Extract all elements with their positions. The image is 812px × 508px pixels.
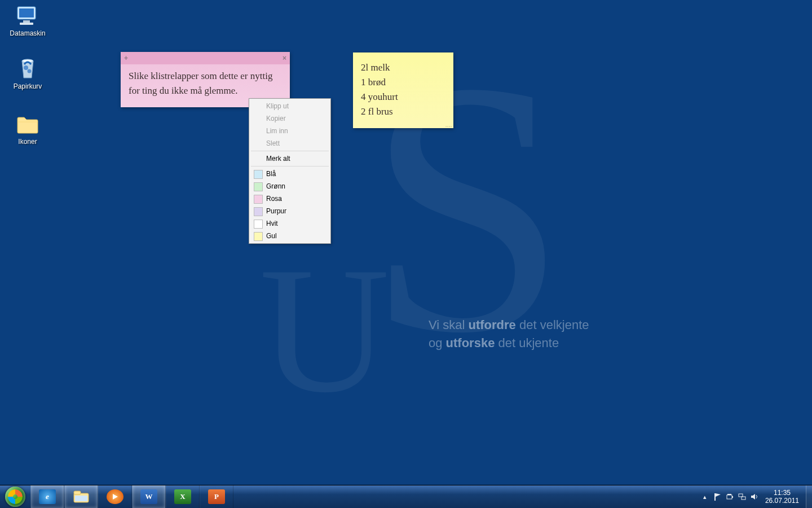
- recycle-bin-icon: [14, 56, 41, 81]
- menu-item-label: Rosa: [266, 195, 282, 203]
- tray-date: 26.07.2011: [765, 497, 799, 505]
- desktop-icon-label: Datamaskin: [3, 29, 52, 37]
- sticky-note-titlebar[interactable]: + ×: [121, 52, 290, 64]
- excel-icon: X: [174, 489, 191, 504]
- sticky-note-context-menu: Klipp ut Kopier Lim inn Slett Merk alt B…: [249, 98, 331, 244]
- color-swatch-icon: [254, 232, 263, 241]
- network-icon[interactable]: [737, 492, 747, 502]
- svg-rect-11: [714, 493, 716, 501]
- svg-rect-8: [74, 491, 81, 494]
- menu-item-paste: Lim inn: [250, 125, 329, 137]
- color-swatch-icon: [254, 170, 263, 179]
- desktop-icon-recycle-bin[interactable]: Papirkurv: [3, 56, 52, 90]
- taskbar-button-excel[interactable]: X: [166, 485, 200, 508]
- taskbar: e W X P ▴ 11:35 26.07.2011: [0, 485, 812, 508]
- svg-point-5: [24, 65, 28, 70]
- start-button[interactable]: [0, 485, 30, 508]
- sticky-note-add-button[interactable]: +: [124, 54, 128, 62]
- svg-rect-12: [727, 495, 732, 499]
- color-swatch-icon: [254, 195, 263, 204]
- word-icon: W: [140, 489, 157, 504]
- svg-marker-10: [113, 494, 118, 500]
- ie-icon: e: [39, 489, 56, 504]
- menu-item-label: Grønn: [266, 182, 285, 190]
- svg-rect-9: [75, 496, 87, 501]
- menu-item-color-white[interactable]: Hvit: [250, 217, 329, 230]
- tray-overflow-button[interactable]: ▴: [700, 492, 710, 502]
- menu-item-cut: Klipp ut: [250, 100, 329, 112]
- menu-item-color-purple[interactable]: Purpur: [250, 205, 329, 217]
- resize-grip-icon[interactable]: ⣀⣀: [445, 121, 452, 127]
- windows-orb-icon: [5, 487, 25, 507]
- menu-item-label: Gul: [266, 232, 277, 240]
- svg-rect-3: [20, 23, 33, 25]
- menu-item-color-blue[interactable]: Blå: [250, 168, 329, 180]
- explorer-icon: [73, 489, 90, 504]
- sticky-note-body[interactable]: 2l melk 1 brød 4 youhurt 2 fl brus: [353, 52, 453, 128]
- folder-icon: [14, 112, 41, 137]
- menu-separator: [251, 166, 329, 167]
- svg-rect-14: [739, 494, 743, 497]
- menu-item-copy: Kopier: [250, 112, 329, 125]
- desktop-icon-folder[interactable]: Ikoner: [3, 112, 52, 146]
- menu-item-select-all[interactable]: Merk alt: [250, 152, 329, 165]
- media-player-icon: [107, 489, 123, 504]
- svg-rect-2: [23, 20, 30, 23]
- wallpaper-watermark-u: U: [259, 226, 390, 433]
- system-tray: ▴ 11:35 26.07.2011: [693, 485, 806, 508]
- svg-rect-1: [19, 8, 34, 17]
- tray-time: 11:35: [765, 489, 799, 497]
- svg-point-6: [28, 69, 32, 73]
- show-desktop-button[interactable]: [806, 485, 812, 508]
- flag-icon[interactable]: [712, 492, 722, 502]
- menu-separator: [251, 151, 329, 151]
- svg-rect-13: [732, 496, 733, 498]
- desktop-icon-label: Ikoner: [3, 138, 52, 146]
- desktop-icon-computer[interactable]: Datamaskin: [3, 3, 52, 37]
- menu-item-color-yellow[interactable]: Gul: [250, 230, 329, 242]
- color-swatch-icon: [254, 182, 263, 191]
- color-swatch-icon: [254, 220, 263, 229]
- sticky-note-close-button[interactable]: ×: [283, 54, 286, 62]
- taskbar-button-word[interactable]: W: [132, 485, 166, 508]
- sticky-note-yellow[interactable]: 2l melk 1 brød 4 youhurt 2 fl brus ⣀⣀: [353, 52, 453, 128]
- menu-item-color-pink[interactable]: Rosa: [250, 192, 329, 205]
- powerpoint-icon: P: [208, 489, 225, 504]
- volume-icon[interactable]: [749, 492, 760, 502]
- taskbar-button-powerpoint[interactable]: P: [200, 485, 233, 508]
- menu-item-delete: Slett: [250, 137, 329, 150]
- menu-item-label: Blå: [266, 170, 276, 178]
- desktop-icon-label: Papirkurv: [3, 82, 52, 90]
- color-swatch-icon: [254, 207, 263, 216]
- wallpaper-slogan: Vi skal utfordre det velkjente og utfors…: [429, 316, 589, 352]
- taskbar-button-ie[interactable]: e: [30, 485, 64, 508]
- menu-item-label: Hvit: [266, 220, 278, 227]
- computer-icon: [14, 3, 41, 28]
- power-icon[interactable]: [725, 492, 735, 502]
- tray-clock[interactable]: 11:35 26.07.2011: [761, 489, 804, 505]
- menu-item-label: Purpur: [266, 207, 286, 215]
- taskbar-button-media-player[interactable]: [98, 485, 132, 508]
- svg-rect-15: [742, 497, 745, 500]
- menu-item-color-green[interactable]: Grønn: [250, 180, 329, 192]
- taskbar-button-explorer[interactable]: [64, 485, 98, 508]
